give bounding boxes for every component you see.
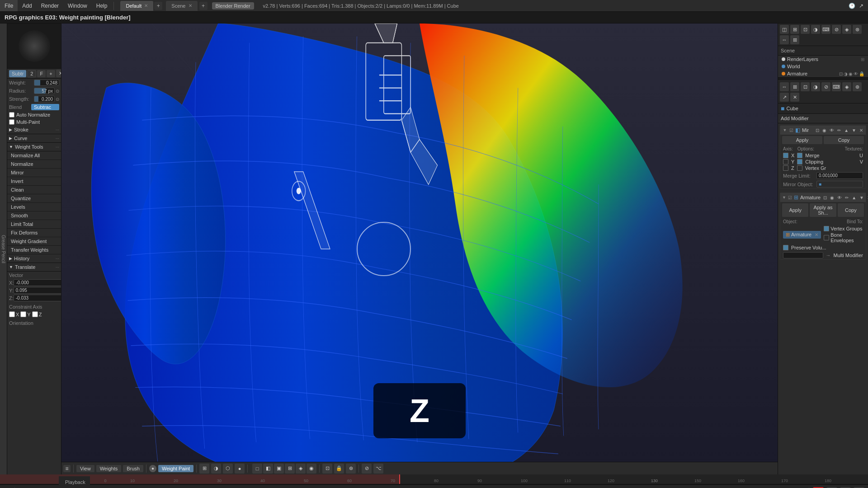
camera-icon[interactable]: ⊡	[322, 464, 332, 474]
props-icon-7[interactable]: ◈	[842, 25, 851, 34]
mirror-edit-icon[interactable]: ✏	[836, 128, 842, 133]
arm-down-icon[interactable]: ▼	[859, 195, 865, 200]
view-button[interactable]: View	[76, 465, 94, 472]
armature-object-badge[interactable]: ⊞ Armature ✕	[783, 231, 821, 239]
auto-normalize-checkbox[interactable]	[9, 112, 14, 117]
prop-icon-3[interactable]: ⊡	[801, 82, 810, 91]
paint-icon[interactable]: ●	[149, 465, 156, 472]
preserve-check[interactable]	[783, 245, 788, 250]
mirror-close-icon[interactable]: ✕	[859, 128, 864, 133]
onion-icon[interactable]: ⊘	[362, 464, 372, 474]
stroke-section-header[interactable]: ▶ Stroke ···	[7, 126, 61, 134]
curve-section-header[interactable]: ▶ Curve ···	[7, 134, 61, 143]
radius-bar[interactable]: 57 px	[34, 88, 55, 94]
tab-default[interactable]: Default ✕	[120, 1, 153, 11]
close-tab-default[interactable]: ✕	[144, 3, 148, 8]
weight-paint-button[interactable]: Weight Paint	[158, 465, 193, 472]
subtr-button[interactable]: Subtr	[9, 70, 26, 77]
mirror-x-check[interactable]	[783, 153, 788, 158]
multi-mod-input[interactable]	[783, 252, 823, 258]
x-button[interactable]: ✕	[56, 70, 61, 77]
menu-add[interactable]: Add	[18, 0, 36, 11]
mirror-check[interactable]: ☑	[789, 128, 793, 133]
props-icon-1[interactable]: ◫	[780, 25, 789, 34]
mirror-y-check[interactable]	[783, 159, 788, 164]
armature-copy-btn[interactable]: Copy	[838, 203, 864, 217]
mirror-vertex-check[interactable]	[797, 165, 802, 171]
render-btn-4[interactable]: ⊞	[285, 464, 295, 474]
weights-button[interactable]: Weights	[96, 465, 122, 472]
tab-scene[interactable]: Scene ✕	[166, 1, 197, 11]
tool-transfer-weights[interactable]: Transfer Weights	[7, 246, 61, 254]
plus-button[interactable]: +	[47, 70, 55, 77]
grease-pencil-tab[interactable]: Grease Pencil	[0, 23, 7, 474]
close-tab-scene[interactable]: ✕	[189, 3, 192, 8]
menu-window[interactable]: Window	[63, 0, 92, 11]
tool-limit-total[interactable]: Limit Total	[7, 220, 61, 229]
props-icon-3[interactable]: ⊡	[801, 25, 810, 34]
prop-icon-4[interactable]: ◑	[811, 82, 820, 91]
mirror-collapse[interactable]: ▼	[782, 127, 788, 133]
scene-item-renderlayers[interactable]: RenderLayers ⊞	[778, 56, 868, 63]
x-axis-input[interactable]	[14, 279, 61, 286]
mirror-render-icon[interactable]: ◉	[821, 128, 827, 133]
multi-paint-checkbox[interactable]	[9, 119, 14, 125]
tool-fix-deforms[interactable]: Fix Deforms	[7, 229, 61, 237]
add-tab-button[interactable]: +	[154, 2, 162, 10]
mirror-merge-check[interactable]	[797, 153, 802, 158]
viewport[interactable]: Z (1) Cube : Upper Arm L ≡ View Weights …	[61, 23, 778, 474]
axis-x-checkbox[interactable]	[9, 311, 15, 317]
arm-view-icon[interactable]: 👁	[836, 195, 843, 200]
history-section-header[interactable]: ▶ History ···	[7, 254, 61, 263]
tool-mirror[interactable]: Mirror	[7, 169, 61, 177]
weight-bar[interactable]: 0.248	[34, 80, 59, 86]
props-icon-8[interactable]: ⊛	[853, 25, 862, 34]
z-axis-input[interactable]	[14, 295, 61, 301]
render-btn-5[interactable]: ◈	[296, 464, 306, 474]
vg-check[interactable]	[824, 226, 829, 231]
tool-quantize[interactable]: Quantize	[7, 194, 61, 203]
arm-badge-close[interactable]: ✕	[815, 232, 818, 237]
props-icon-9[interactable]: ↔	[780, 35, 789, 44]
prop-icon-7[interactable]: ◈	[842, 82, 851, 91]
menu-help[interactable]: Help	[92, 0, 112, 11]
render-btn-3[interactable]: ▣	[274, 464, 284, 474]
weight-tools-header[interactable]: ▼ Weight Tools ···	[7, 143, 61, 151]
menu-file[interactable]: File	[0, 0, 18, 11]
tool-smooth[interactable]: Smooth	[7, 211, 61, 220]
tool-levels[interactable]: Levels	[7, 203, 61, 211]
mirror-copy-btn[interactable]: Copy	[824, 136, 864, 144]
props-icon-5[interactable]: ⌨	[821, 25, 830, 34]
grid-icon[interactable]: ⊞	[199, 464, 209, 474]
merge-limit-input[interactable]: 0.001000	[816, 172, 863, 179]
armature-apply-as-btn[interactable]: Apply as Sh...	[810, 203, 836, 217]
mirror-up-icon[interactable]: ▲	[843, 128, 849, 133]
blend-mode-select[interactable]: Subtrac	[31, 104, 59, 110]
render-btn-2[interactable]: ◧	[263, 464, 273, 474]
shading-icon[interactable]: ◑	[211, 464, 221, 474]
arm-close-icon[interactable]: ✕	[866, 195, 868, 200]
tool-clean[interactable]: Clean	[7, 186, 61, 194]
scene-item-armature[interactable]: Armature ⊡ ◑ ◉ 👁 🔒	[778, 70, 868, 77]
prop-icon-1[interactable]: ↔	[780, 82, 789, 91]
prop-icon-9[interactable]: ↗	[780, 93, 789, 102]
tool-normalize-all[interactable]: Normalize All	[7, 151, 61, 160]
props-icon-4[interactable]: ◑	[811, 25, 820, 34]
tool-weight-gradient[interactable]: Weight Gradient	[7, 237, 61, 246]
f-button[interactable]: F	[37, 70, 46, 77]
render-btn-6[interactable]: ◉	[307, 464, 316, 474]
mirror-z-check[interactable]	[783, 165, 788, 171]
mirror-view-icon[interactable]: 👁	[829, 128, 835, 133]
armature-collapse[interactable]: ▼	[782, 195, 786, 200]
wireframe-icon[interactable]: ⬡	[223, 464, 233, 474]
snap-icon[interactable]: ⊛	[346, 464, 356, 474]
mirror-clipping-check[interactable]	[797, 159, 802, 164]
armature-apply-btn[interactable]: Apply	[782, 203, 808, 217]
axis-z-checkbox[interactable]	[32, 311, 38, 317]
paint2-icon[interactable]: ⌥	[373, 464, 383, 474]
prop-icon-8[interactable]: ⊛	[853, 82, 862, 91]
arm-render-icon[interactable]: ◉	[829, 195, 835, 200]
props-icon-10[interactable]: ⊞	[790, 35, 799, 44]
armature-check[interactable]: ☑	[788, 195, 792, 200]
mirror-apply-btn[interactable]: Apply	[782, 136, 822, 144]
